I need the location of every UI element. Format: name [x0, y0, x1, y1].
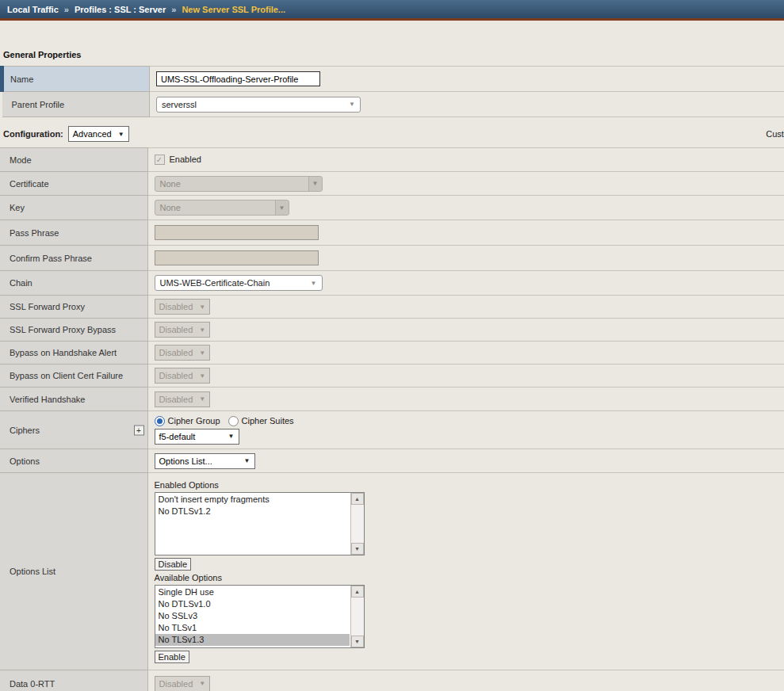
breadcrumb-separator: »	[171, 5, 176, 14]
cipher-group-radio[interactable]	[155, 416, 165, 426]
list-item[interactable]: Single DH use	[155, 586, 350, 598]
list-item[interactable]: No SSLv3	[155, 610, 350, 622]
ssl-forward-proxy-bypass-select: Disabled ▼	[155, 322, 211, 338]
certificate-label: Certificate	[10, 179, 49, 189]
bypass-on-handshake-alert-value: Disabled	[159, 348, 193, 357]
label-cell: Bypass on Client Cert Failure	[0, 365, 147, 387]
table-row: Confirm Pass Phrase	[0, 246, 784, 271]
parent-profile-label: Parent Profile	[12, 100, 65, 109]
table-row: Certificate None ▼	[0, 172, 784, 196]
scroll-down-icon[interactable]: ▼	[351, 543, 364, 555]
chevron-down-icon: ▼	[228, 433, 235, 440]
table-row: Data 0-RTT Disabled ▼	[0, 670, 784, 691]
chevron-down-icon: ▼	[118, 131, 124, 138]
table-row: Parent Profile serverssl ▼	[2, 92, 784, 117]
configuration-bar: Configuration: Advanced ▼ Custo	[0, 125, 784, 143]
scroll-up-icon[interactable]: ▲	[351, 493, 364, 505]
scroll-down-icon[interactable]: ▼	[351, 636, 364, 647]
label-cell: Confirm Pass Phrase	[0, 246, 147, 271]
label-cell: SSL Forward Proxy Bypass	[0, 319, 147, 342]
parent-profile-select[interactable]: serverssl ▼	[156, 97, 361, 113]
cipher-group-radio-label: Cipher Group	[168, 416, 220, 426]
verified-handshake-value: Disabled	[159, 395, 193, 404]
table-row: Pass Phrase	[0, 220, 784, 246]
label-cell: Parent Profile	[2, 92, 150, 117]
cipher-suites-radio-label: Cipher Suites	[242, 416, 294, 426]
key-label: Key	[10, 203, 25, 212]
mode-checkbox-label: Enabled	[170, 155, 201, 164]
data-0rtt-select: Disabled ▼	[155, 676, 211, 691]
chevron-down-icon: ▼	[199, 680, 205, 687]
value-cell: None ▼	[147, 172, 784, 196]
general-properties-table: Name Parent Profile serverssl ▼	[0, 66, 784, 117]
breadcrumb-profiles-ssl-server[interactable]: Profiles : SSL : Server	[75, 5, 166, 14]
value-cell: Enabled Options Don't insert empty fragm…	[147, 473, 784, 670]
table-row: Bypass on Handshake Alert Disabled ▼	[0, 342, 784, 365]
breadcrumb: Local Traffic » Profiles : SSL : Server …	[0, 0, 784, 21]
value-cell: Cipher GroupCipher Suites f5-default ▼	[147, 411, 784, 449]
list-item[interactable]: No DTLSv1.2	[155, 506, 350, 517]
configuration-level-select[interactable]: Advanced ▼	[68, 126, 129, 142]
available-options-listbox[interactable]: Single DH use No DTLSv1.0 No SSLv3 No TL…	[155, 585, 365, 648]
enabled-options-title: Enabled Options	[155, 480, 778, 490]
cipher-suites-radio[interactable]	[228, 416, 239, 426]
chevron-down-icon: ▼	[199, 349, 205, 357]
cipher-group-select-wrap: f5-default ▼	[155, 429, 778, 445]
value-cell: Disabled ▼	[147, 670, 784, 691]
label-cell: Ciphers +	[0, 411, 147, 449]
chain-select[interactable]: UMS-WEB-Certificate-Chain ▼	[155, 275, 323, 291]
ciphers-label: Ciphers	[10, 426, 40, 435]
value-cell	[147, 220, 784, 246]
cipher-group-select[interactable]: f5-default ▼	[155, 429, 239, 445]
list-item[interactable]: No DTLSv1.0	[155, 598, 350, 610]
ssl-forward-proxy-value: Disabled	[159, 302, 193, 311]
breadcrumb-separator: »	[64, 5, 69, 14]
label-cell: Data 0-RTT	[0, 670, 147, 691]
options-select[interactable]: Options List... ▼	[155, 453, 255, 469]
chevron-down-icon: ▼	[244, 457, 250, 464]
list-item[interactable]: No TLSv1	[155, 622, 350, 634]
breadcrumb-current-page: New Server SSL Profile...	[182, 5, 285, 14]
table-row: Options Options List... ▼	[0, 449, 784, 473]
confirm-pass-phrase-input	[155, 250, 319, 265]
mode-label: Mode	[10, 155, 32, 165]
enabled-options-listbox[interactable]: Don't insert empty fragments No DTLSv1.2…	[155, 492, 365, 555]
configuration-level-value: Advanced	[73, 129, 112, 139]
label-cell: Options List	[0, 473, 147, 670]
label-cell: Options	[0, 449, 147, 473]
table-row: Verified Handshake Disabled ▼	[0, 387, 784, 411]
value-cell	[150, 67, 784, 92]
list-item[interactable]: Don't insert empty fragments	[155, 494, 350, 506]
ciphers-radio-group: Cipher GroupCipher Suites	[155, 415, 778, 426]
options-list-label: Options List	[10, 567, 55, 576]
chevron-down-icon: ▼	[349, 101, 355, 108]
label-cell: Verified Handshake	[0, 387, 147, 411]
chevron-down-icon: ▼	[308, 177, 322, 191]
disable-button[interactable]: Disable	[155, 558, 192, 571]
bypass-on-client-cert-failure-value: Disabled	[159, 371, 193, 380]
bypass-on-handshake-alert-label: Bypass on Handshake Alert	[10, 348, 117, 357]
list-item-selected[interactable]: No TLSv1.3	[155, 634, 350, 646]
confirm-pass-phrase-label: Confirm Pass Phrase	[10, 254, 92, 263]
custom-column-header: Custo	[766, 129, 784, 139]
value-cell: Disabled ▼	[147, 319, 784, 342]
certificate-select: None ▼	[155, 176, 323, 192]
table-row: Bypass on Client Cert Failure Disabled ▼	[0, 365, 784, 387]
ssl-forward-proxy-select: Disabled ▼	[155, 299, 211, 315]
scroll-up-icon[interactable]: ▲	[351, 586, 364, 597]
chevron-down-icon: ▼	[199, 395, 205, 403]
name-input[interactable]	[156, 71, 320, 86]
breadcrumb-local-traffic[interactable]: Local Traffic	[7, 5, 59, 14]
scrollbar[interactable]: ▲ ▼	[350, 586, 364, 647]
scrollbar[interactable]: ▲ ▼	[350, 493, 364, 555]
expand-plus-icon[interactable]: +	[134, 425, 144, 435]
verified-handshake-label: Verified Handshake	[10, 395, 85, 404]
ssl-forward-proxy-label: SSL Forward Proxy	[10, 302, 85, 311]
ssl-forward-proxy-bypass-label: SSL Forward Proxy Bypass	[10, 325, 116, 334]
label-cell: Mode	[0, 148, 147, 172]
label-cell: Chain	[0, 271, 147, 296]
table-row: Chain UMS-WEB-Certificate-Chain ▼	[0, 271, 784, 296]
enable-button[interactable]: Enable	[155, 651, 189, 663]
label-cell: SSL Forward Proxy	[0, 296, 147, 319]
label-cell: Certificate	[0, 172, 147, 196]
